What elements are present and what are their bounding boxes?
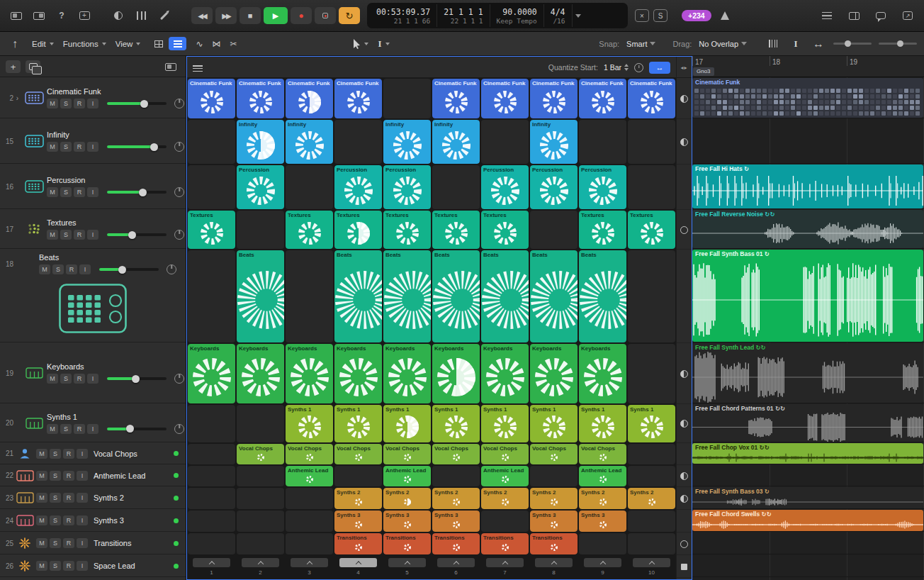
cell-synths-2-10[interactable]: Synths 2 [628,488,675,509]
cell-slot[interactable] [237,533,284,554]
quick-help-icon[interactable]: ? [52,8,71,23]
crossfade-tool-icon[interactable]: ⋈ [212,39,220,49]
cell-percussion-9[interactable]: Percussion [579,165,626,209]
cell-slot[interactable]: Textures [188,211,235,249]
cell-slot[interactable]: Textures [579,211,626,249]
volume-knob[interactable] [150,143,158,151]
cell-slot[interactable]: Synths 2 [383,488,431,509]
track-header-beats[interactable]: 18BeatsMSRI [0,249,186,342]
cell-slot[interactable]: Percussion [530,165,578,209]
scene-trigger-2[interactable]: 2 [237,555,284,578]
m-button[interactable]: M [47,187,58,197]
cell-slot[interactable]: Synths 1 [481,405,529,442]
cell-cinematic-funk-6[interactable]: Cinematic Funk [432,79,480,118]
library-toggle-icon[interactable] [7,8,26,23]
volume-knob[interactable] [128,231,136,239]
cell-synths-3-9[interactable]: Synths 3 [579,511,626,532]
cell-synths-3-8[interactable]: Synths 3 [530,511,578,532]
cell-slot[interactable]: Vocal Chops [237,444,284,464]
scene-trigger-7[interactable]: 7 [481,555,529,578]
pan-knob[interactable] [174,374,184,384]
region-free-fall-reverse-noise[interactable]: Free Fall Reverse Noise ↻↻ [692,210,923,248]
cell-slot[interactable]: Vocal Chops [383,444,431,464]
cell-slot[interactable]: Vocal Chops [334,444,382,464]
cell-slot[interactable]: Textures [481,211,529,249]
cell-slot[interactable]: Beats [432,250,480,342]
cell-slot[interactable]: Beats [237,250,284,342]
cell-slot[interactable]: Synths 1 [334,405,382,442]
cell-slot[interactable]: Synths 1 [383,405,431,442]
cell-slot[interactable]: Beats [579,250,626,342]
grid-view-toggle[interactable] [150,37,167,50]
cell-transitions-4[interactable]: Transitions [334,533,382,554]
track-header-percussion[interactable]: 16PercussionMSRI [0,164,186,209]
cell-vocal-chops-3[interactable]: Vocal Chops [286,444,333,464]
cell-keyboards-2[interactable]: Keyboards [237,344,284,403]
track-header-keyboards[interactable]: 19KeyboardsMSRI [0,342,186,403]
track-header-textures[interactable]: 17TexturesMSRI [0,209,186,249]
i-button[interactable]: I [77,493,88,503]
cell-slot[interactable]: Synths 3 [432,511,480,532]
cell-percussion-4[interactable]: Percussion [334,165,382,209]
cell-slot[interactable]: Keyboards [481,344,529,403]
cell-slot[interactable]: Synths 2 [628,488,675,509]
s-button[interactable]: S [60,230,72,240]
cell-slot[interactable] [188,250,235,342]
cell-transitions-6[interactable]: Transitions [432,533,480,554]
r-button[interactable]: R [74,142,85,152]
cell-slot[interactable] [188,466,235,486]
cell-slot[interactable]: Synths 2 [579,488,626,509]
cell-slot[interactable]: Synths 3 [383,511,431,532]
r-button[interactable]: R [63,471,74,481]
r-button[interactable]: R [74,374,85,384]
pan-knob[interactable] [174,187,184,197]
cell-synths-1-10[interactable]: Synths 1 [628,405,675,442]
m-button[interactable]: M [36,538,47,548]
cell-vocal-chops-6[interactable]: Vocal Chops [432,444,480,464]
cell-anthemic-lead-7[interactable]: Anthemic Lead [481,466,529,486]
r-button[interactable]: R [74,230,85,240]
cell-slot[interactable]: Cinematic Funk [237,79,284,118]
r-button[interactable]: R [63,493,74,503]
cell-synths-2-7[interactable]: Synths 2 [481,488,529,509]
cell-transitions-7[interactable]: Transitions [481,533,529,554]
cell-slot[interactable] [628,444,675,464]
scene-trigger-button[interactable] [193,558,230,567]
grid-width-button[interactable]: ↔ [649,62,670,74]
cell-slot[interactable]: Synths 2 [334,488,382,509]
view-menu[interactable]: View [116,40,141,48]
cell-slot[interactable]: Cinematic Funk [530,79,578,118]
cell-slot[interactable] [334,120,382,164]
edit-menu[interactable]: Edit [32,40,54,48]
cell-synths-1-6[interactable]: Synths 1 [432,405,480,442]
rewind-button[interactable]: ◀◀ [191,7,213,24]
cell-keyboards-8[interactable]: Keyboards [530,344,578,403]
cell-textures-6[interactable]: Textures [432,211,480,249]
cell-slot[interactable]: Keyboards [579,344,626,403]
m-button[interactable]: M [36,515,47,525]
r-button[interactable]: R [63,515,74,525]
region-cinematic-funk[interactable]: Cinematic Funk [692,78,923,118]
region-free-fall-synth-lead[interactable]: Free Fall Synth Lead ↻↻ [692,343,923,403]
s-button[interactable]: S [60,187,72,197]
cell-slot[interactable]: Synths 1 [530,405,578,442]
cell-anthemic-lead-3[interactable]: Anthemic Lead [286,466,333,486]
cell-slot[interactable] [286,250,333,342]
cell-slot[interactable] [188,444,235,464]
browsers-icon[interactable] [845,8,863,23]
cell-synths-1-7[interactable]: Synths 1 [481,405,529,442]
cell-cinematic-funk-3[interactable]: Cinematic Funk [286,79,333,118]
cell-slot[interactable]: Cinematic Funk [432,79,480,118]
cell-slot[interactable]: Keyboards [530,344,578,403]
r-button[interactable]: R [63,449,74,459]
cell-keyboards-1[interactable]: Keyboards [188,344,235,403]
cell-slot[interactable]: Vocal Chops [286,444,333,464]
inspector-toggle-icon[interactable] [30,8,48,23]
lcd-display[interactable]: 00:53:09.37 21 1 1 66 21 1 1 1 22 1 1 1 … [367,3,628,28]
cell-vocal-chops-5[interactable]: Vocal Chops [383,444,431,464]
cell-textures-9[interactable]: Textures [579,211,626,249]
cell-keyboards-9[interactable]: Keyboards [579,344,626,403]
cell-slot[interactable]: Cinematic Funk [579,79,626,118]
cell-beats-9[interactable]: Beats [579,250,626,342]
region-free-fall-synth-bass-03[interactable]: Free Fall Synth Bass 03 ↻ [692,487,923,508]
